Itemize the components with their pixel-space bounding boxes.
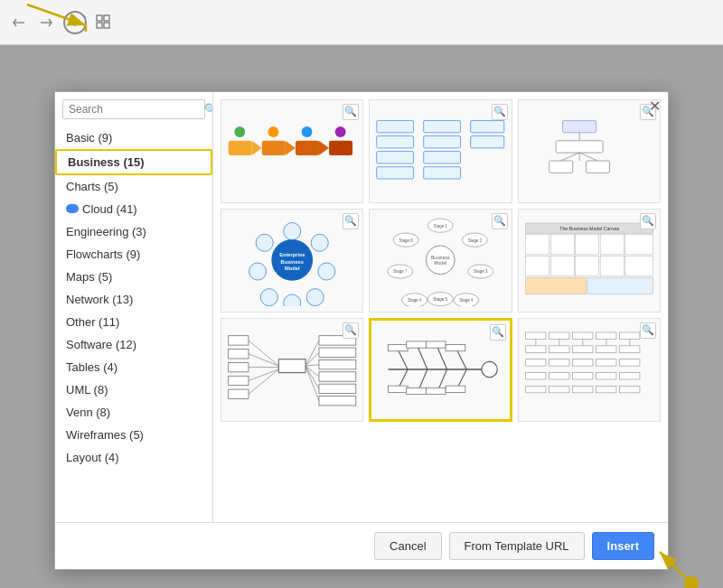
add-button[interactable]: + <box>63 11 87 34</box>
svg-rect-130 <box>549 346 568 352</box>
magnify-t1[interactable]: 🔍 <box>343 104 359 120</box>
close-button[interactable]: ✕ <box>649 98 661 115</box>
svg-line-102 <box>305 365 319 366</box>
search-box[interactable]: 🔍 <box>62 99 205 119</box>
svg-rect-123 <box>446 386 465 392</box>
dialog-footer: Cancel From Template URL Insert <box>55 522 668 569</box>
cloud-icon <box>66 204 79 213</box>
category-flowcharts[interactable]: Flowcharts (9) <box>55 243 212 266</box>
template-flowchart-box[interactable]: 🔍 <box>518 99 661 203</box>
svg-line-109 <box>418 347 427 369</box>
category-maps[interactable]: Maps (5) <box>55 266 212 288</box>
dialog-body: 🔍 Basic (9) Business (15) Charts (5) C <box>55 92 668 522</box>
svg-point-45 <box>306 289 324 306</box>
svg-rect-82 <box>587 277 653 294</box>
back-icon <box>9 13 29 33</box>
svg-rect-148 <box>619 387 639 393</box>
svg-rect-32 <box>556 141 603 153</box>
magnify-t7[interactable]: 🔍 <box>343 322 359 339</box>
svg-rect-146 <box>572 387 592 393</box>
category-uml[interactable]: UML (8) <box>55 378 212 401</box>
template-arrow-flow[interactable]: 🔍 <box>221 318 363 422</box>
category-charts[interactable]: Charts (5) <box>55 175 212 198</box>
category-business[interactable]: Business (15) <box>55 149 212 175</box>
svg-rect-26 <box>424 152 461 163</box>
magnify-t8[interactable]: 🔍 <box>490 324 506 341</box>
category-cloud[interactable]: Cloud (41) <box>55 198 212 220</box>
svg-rect-136 <box>572 359 592 366</box>
category-venn[interactable]: Venn (8) <box>55 401 212 424</box>
forward-icon <box>36 13 56 33</box>
toolbar: + <box>0 0 723 45</box>
category-basic[interactable]: Basic (9) <box>55 126 212 149</box>
svg-rect-143 <box>619 373 639 379</box>
svg-text:The Business Model Canvas: The Business Model Canvas <box>559 226 619 231</box>
magnify-t5[interactable]: 🔍 <box>492 213 508 229</box>
template-org-chart[interactable]: 🔍 <box>518 318 661 422</box>
svg-rect-34 <box>549 161 572 173</box>
svg-rect-144 <box>525 387 545 393</box>
svg-line-91 <box>249 369 278 381</box>
insert-button[interactable]: Insert <box>592 532 654 560</box>
category-tables[interactable]: Tables (4) <box>55 356 212 378</box>
template-stage-circle[interactable]: Business Model Stage 1 Stage 2 Stage 3 <box>369 209 512 313</box>
category-software[interactable]: Software (12) <box>55 333 212 356</box>
svg-rect-118 <box>427 341 446 348</box>
svg-rect-129 <box>525 346 545 352</box>
template-url-button[interactable]: From Template URL <box>449 532 585 560</box>
svg-text:Stage 3: Stage 3 <box>474 270 488 275</box>
svg-line-37 <box>579 153 597 161</box>
svg-rect-86 <box>229 376 249 385</box>
svg-rect-25 <box>424 136 461 148</box>
svg-point-49 <box>256 234 273 251</box>
svg-line-104 <box>305 366 319 388</box>
svg-line-89 <box>249 354 278 366</box>
category-other[interactable]: Other (11) <box>55 311 212 333</box>
template-process-blue[interactable]: 🔍 <box>369 99 512 203</box>
svg-point-18 <box>302 126 313 137</box>
svg-text:Model: Model <box>285 266 300 271</box>
svg-line-108 <box>398 350 408 369</box>
cancel-button[interactable]: Cancel <box>374 532 441 560</box>
template-process-orange[interactable]: 🔍 <box>221 99 363 203</box>
magnify-t2[interactable]: 🔍 <box>492 104 508 120</box>
svg-line-36 <box>560 153 579 161</box>
template-business-canvas[interactable]: The Business Model Canvas <box>518 209 661 313</box>
magnify-t9[interactable]: 🔍 <box>640 322 656 339</box>
search-input[interactable] <box>69 103 204 116</box>
category-network[interactable]: Network (13) <box>55 288 212 311</box>
svg-rect-71 <box>525 235 549 255</box>
svg-rect-128 <box>619 332 639 339</box>
svg-rect-24 <box>424 121 461 133</box>
svg-rect-134 <box>525 359 545 366</box>
template-fishbone[interactable]: 🔍 <box>369 318 512 422</box>
magnify-t4[interactable]: 🔍 <box>343 213 359 229</box>
svg-rect-73 <box>575 235 598 255</box>
template-dialog: ✕ 🔍 Basic (9) Business (15) <box>54 91 669 570</box>
search-icon: 🔍 <box>204 103 213 116</box>
category-engineering[interactable]: Engineering (3) <box>55 220 212 243</box>
grid-icon[interactable] <box>94 13 114 33</box>
svg-rect-93 <box>278 359 305 373</box>
svg-text:Stage 4: Stage 4 <box>408 298 422 303</box>
svg-rect-2 <box>97 15 102 21</box>
svg-rect-72 <box>550 235 574 255</box>
category-layout[interactable]: Layout (4) <box>55 446 212 469</box>
svg-text:Business: Business <box>431 255 450 260</box>
svg-rect-27 <box>424 167 461 179</box>
svg-point-48 <box>249 263 266 280</box>
category-wireframes[interactable]: Wireframes (5) <box>55 424 212 446</box>
svg-rect-147 <box>596 387 615 393</box>
svg-rect-99 <box>319 397 356 406</box>
magnify-t6[interactable]: 🔍 <box>640 213 656 229</box>
template-enterprise-circle[interactable]: Enterprise Business Model <box>221 209 363 313</box>
svg-text:Stage 2: Stage 2 <box>468 238 483 243</box>
svg-rect-21 <box>377 136 414 148</box>
svg-rect-137 <box>596 359 615 366</box>
svg-point-44 <box>318 263 335 280</box>
svg-rect-23 <box>377 167 414 179</box>
svg-point-46 <box>284 294 301 306</box>
svg-rect-29 <box>471 136 504 148</box>
svg-text:Model: Model <box>435 260 447 266</box>
svg-line-101 <box>305 352 319 366</box>
